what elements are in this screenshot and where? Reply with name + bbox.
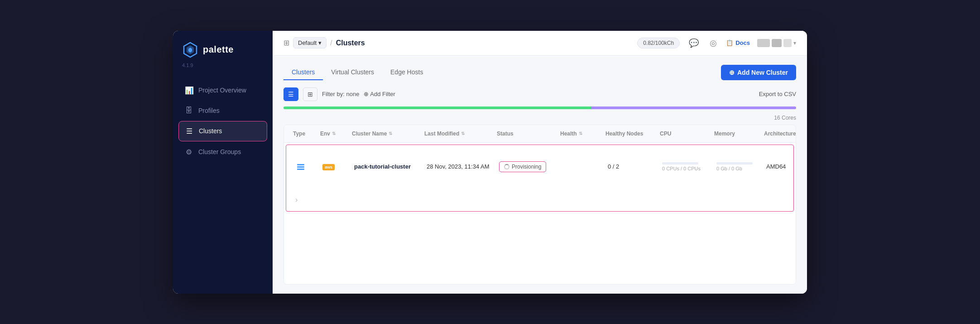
memory-bar-background [716, 162, 753, 164]
project-overview-icon: 📊 [185, 86, 193, 95]
architecture-text: AMD64 [766, 163, 786, 170]
profiles-icon: 🗄 [185, 106, 193, 115]
last-modified-text: 28 Nov, 2023, 11:34 AM [427, 163, 490, 170]
sidebar-item-label: Project Overview [198, 87, 246, 94]
tab-nav: Clusters Virtual Clusters Edge Hosts ⊕ A… [283, 65, 796, 80]
progress-purple [591, 106, 796, 109]
dropdown-chevron-icon: ▾ [318, 39, 322, 46]
avatar [772, 39, 782, 47]
main-content: ⊞ Default ▾ / Clusters 0.82/100kCh 💬 ◎ 📋… [273, 31, 807, 294]
breadcrumb-separator: / [330, 39, 332, 47]
sidebar-item-profiles[interactable]: 🗄 Profiles [178, 101, 267, 120]
col-cpu: CPU [656, 125, 711, 142]
col-type: Type [289, 125, 317, 142]
app-title: palette [203, 44, 234, 55]
clusters-table: Type Env ⇅ Cluster Name ⇅ Last Modified … [283, 125, 796, 285]
progress-green [283, 106, 591, 109]
tab-clusters[interactable]: Clusters [283, 65, 323, 80]
sidebar-item-label: Profiles [198, 107, 220, 114]
sidebar-item-label: Clusters [199, 127, 222, 135]
memory-bar: 0 Gb / 0 Gb [716, 162, 759, 171]
env-badge: aws [322, 164, 335, 170]
filter-bar: ☰ ⊞ Filter by: none ⊕ Add Filter Export … [283, 87, 796, 101]
cell-type [292, 154, 319, 179]
cell-cpu: 0 CPUs / 0 CPUs [658, 155, 713, 179]
tab-edge-hosts[interactable]: Edge Hosts [382, 65, 431, 80]
sidebar-item-clusters[interactable]: ☰ Clusters [178, 121, 267, 141]
cell-healthy-nodes: 0 / 2 [604, 156, 658, 177]
page-title: Clusters [336, 39, 365, 47]
dropdown-chevron-icon: ▾ [793, 40, 796, 46]
add-cluster-icon: ⊕ [729, 69, 735, 76]
cell-chevron[interactable]: › [292, 189, 319, 211]
sidebar-item-project-overview[interactable]: 📊 Project Overview [178, 81, 267, 100]
row-type-icon [295, 161, 306, 172]
usage-badge: 0.82/100kCh [637, 38, 680, 48]
sidebar-item-label: Cluster Groups [198, 148, 241, 155]
sort-icon: ⇅ [389, 131, 392, 136]
col-health: Health ⇅ [557, 125, 602, 142]
cpu-bar: 0 CPUs / 0 CPUs [662, 162, 709, 171]
table-row[interactable]: aws pack-tutorial-cluster 28 Nov, 2023, … [286, 145, 794, 212]
cell-env: aws [319, 156, 351, 177]
cpu-label-text: 0 CPUs / 0 CPUs [662, 166, 709, 171]
workspace-label: Default [298, 39, 317, 46]
add-filter-button[interactable]: ⊕ Add Filter [364, 91, 395, 97]
sidebar-item-cluster-groups[interactable]: ⚙ Cluster Groups [178, 142, 267, 162]
row-chevron-right-icon: › [295, 196, 298, 203]
memory-label-text: 0 Gb / 0 Gb [716, 166, 759, 171]
status-text: Provisioning [512, 164, 541, 170]
list-view-button[interactable]: ☰ [283, 87, 298, 101]
app-version: 4.1.9 [173, 62, 273, 77]
cell-architecture: AMD64 [763, 156, 796, 177]
add-new-cluster-button[interactable]: ⊕ Add New Cluster [721, 65, 796, 80]
breadcrumb-icon: ⊞ [283, 39, 289, 47]
content-area: Clusters Virtual Clusters Edge Hosts ⊕ A… [273, 56, 807, 294]
sidebar-logo: palette [173, 31, 273, 62]
tabs: Clusters Virtual Clusters Edge Hosts [283, 65, 431, 80]
progress-bars [283, 106, 796, 109]
topbar-left: ⊞ Default ▾ / Clusters [283, 37, 365, 48]
sidebar: palette 4.1.9 📊 Project Overview 🗄 Profi… [173, 31, 273, 294]
healthy-nodes-text: 0 / 2 [608, 163, 619, 170]
cell-status: Provisioning [495, 154, 559, 179]
cell-memory: 0 Gb / 0 Gb [713, 155, 763, 179]
workspace-dropdown[interactable]: Default ▾ [293, 37, 327, 48]
grid-view-button[interactable]: ⊞ [303, 87, 317, 101]
logo-icon [182, 42, 198, 58]
sort-icon: ⇅ [579, 131, 582, 136]
sort-icon: ⇅ [332, 131, 336, 136]
svg-rect-5 [297, 169, 304, 170]
docs-icon: 📋 [726, 39, 733, 46]
cell-health [559, 160, 604, 174]
cell-cluster-name: pack-tutorial-cluster [351, 156, 423, 177]
col-cluster-name: Cluster Name ⇅ [348, 125, 421, 142]
col-status: Status [493, 125, 557, 142]
table-header: Type Env ⇅ Cluster Name ⇅ Last Modified … [284, 125, 796, 143]
settings-button[interactable]: ◎ [708, 36, 719, 50]
status-badge: Provisioning [499, 161, 546, 172]
topbar-right: 0.82/100kCh 💬 ◎ 📋 Docs ▾ [637, 36, 796, 50]
col-env: Env ⇅ [317, 125, 348, 142]
avatar [757, 39, 770, 47]
cell-last-modified: 28 Nov, 2023, 11:34 AM [423, 156, 495, 177]
cores-label: 16 Cores [283, 115, 796, 121]
tab-virtual-clusters[interactable]: Virtual Clusters [323, 65, 382, 80]
svg-rect-4 [297, 166, 304, 168]
chat-button[interactable]: 💬 [687, 36, 701, 50]
cluster-groups-icon: ⚙ [185, 148, 193, 156]
col-memory: Memory [711, 125, 760, 142]
sort-icon: ⇅ [461, 131, 465, 136]
topbar: ⊞ Default ▾ / Clusters 0.82/100kCh 💬 ◎ 📋… [273, 31, 807, 56]
cpu-bar-background [662, 162, 698, 164]
svg-rect-3 [297, 164, 304, 165]
filter-label: Filter by: none [322, 91, 359, 97]
docs-button[interactable]: 📋 Docs [726, 39, 750, 46]
clusters-icon: ☰ [185, 127, 193, 135]
col-architecture: Architecture [760, 125, 796, 142]
sidebar-nav: 📊 Project Overview 🗄 Profiles ☰ Clusters… [173, 77, 273, 165]
user-avatar-group[interactable]: ▾ [757, 39, 796, 47]
col-healthy-nodes: Healthy Nodes [602, 125, 656, 142]
filter-left: ☰ ⊞ Filter by: none ⊕ Add Filter [283, 87, 395, 101]
export-csv-button[interactable]: Export to CSV [759, 91, 796, 97]
